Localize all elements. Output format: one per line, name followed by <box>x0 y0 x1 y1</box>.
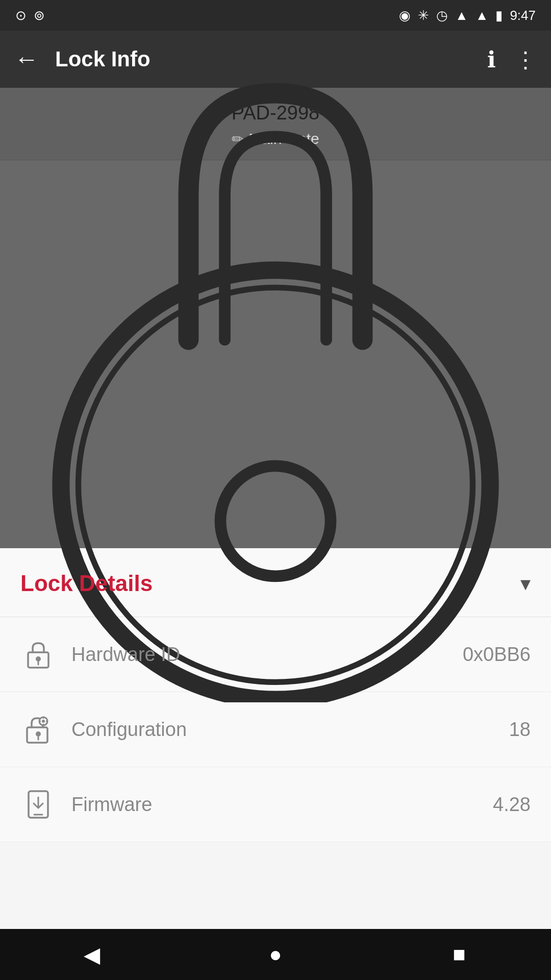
firmware-icon <box>27 790 50 819</box>
chevron-down-icon: ▾ <box>520 572 531 595</box>
lock-image-area <box>0 160 551 548</box>
firmware-value: 4.28 <box>493 794 531 816</box>
hardware-id-label: Hardware ID <box>71 644 463 666</box>
nav-back-button[interactable]: ◀ <box>71 934 112 975</box>
bottom-nav: ◀ ● ■ <box>0 929 551 980</box>
configuration-label: Configuration <box>71 719 509 741</box>
configuration-row: Configuration 18 <box>0 692 551 767</box>
svg-point-8 <box>42 720 45 723</box>
svg-point-1 <box>78 287 472 682</box>
lock-icon <box>26 640 51 669</box>
configuration-icon <box>25 715 52 744</box>
svg-point-0 <box>61 270 490 699</box>
nav-recents-button[interactable]: ■ <box>439 934 480 975</box>
lock-details-title: Lock Details <box>20 571 153 596</box>
firmware-label: Firmware <box>71 794 493 816</box>
svg-point-2 <box>220 466 331 576</box>
padlock-illustration <box>0 6 551 702</box>
firmware-icon-wrap <box>20 787 56 822</box>
configuration-icon-wrap <box>20 712 56 747</box>
hardware-id-icon-wrap <box>20 636 56 672</box>
firmware-row: Firmware 4.28 <box>0 767 551 842</box>
hardware-id-value: 0x0BB6 <box>463 644 531 666</box>
configuration-value: 18 <box>509 719 531 741</box>
nav-home-button[interactable]: ● <box>255 934 296 975</box>
